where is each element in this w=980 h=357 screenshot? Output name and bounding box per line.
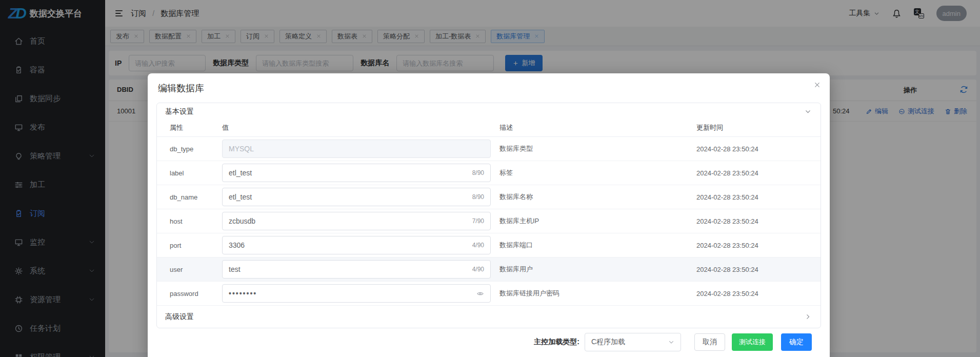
property-name: port — [170, 242, 222, 249]
db_name-field[interactable]: etl_test8/90 — [222, 188, 491, 206]
col-value: 值 — [222, 123, 499, 132]
port-field[interactable]: 33064/90 — [222, 236, 491, 254]
col-prop: 属性 — [170, 123, 222, 132]
basic-settings-label: 基本设置 — [165, 107, 194, 115]
label-field[interactable]: etl_test8/90 — [222, 164, 491, 182]
value-cell: etl_test8/90 — [222, 164, 499, 182]
load-type-label: 主控加载类型: — [534, 338, 579, 347]
value-cell: zcbusdb7/90 — [222, 212, 499, 230]
property-name: db_type — [170, 145, 222, 153]
field-value: test — [229, 265, 241, 273]
test-connection-button[interactable]: 测试连接 — [732, 333, 773, 351]
property-row-db_type: db_typeMYSQL数据库类型2024-02-28 23:50:24 — [157, 137, 821, 161]
eye-icon[interactable] — [476, 290, 484, 298]
property-description: 数据库类型 — [499, 144, 696, 153]
property-description: 数据库名称 — [499, 192, 696, 202]
chevron-down-icon[interactable] — [805, 108, 811, 115]
chevron-right-icon[interactable] — [805, 313, 811, 320]
property-update-time: 2024-02-28 23:50:24 — [696, 290, 821, 298]
col-time: 更新时间 — [696, 123, 821, 132]
value-cell: •••••••• — [222, 284, 499, 303]
value-cell: MYSQL — [222, 140, 499, 158]
property-name: label — [170, 169, 222, 177]
property-update-time: 2024-02-28 23:50:24 — [696, 266, 821, 273]
basic-settings-card: 基本设置 属性 值 描述 更新时间 db_typeMYSQL数据库类型2024-… — [156, 103, 821, 328]
property-update-time: 2024-02-28 23:50:24 — [696, 217, 821, 225]
property-description: 数据库端口 — [499, 241, 696, 250]
field-value: etl_test — [229, 169, 252, 177]
char-counter: 8/90 — [472, 169, 484, 176]
property-update-time: 2024-02-28 23:50:24 — [696, 169, 821, 177]
property-row-user: usertest4/90数据库用户2024-02-28 23:50:24 — [157, 257, 821, 282]
modal-title: 编辑数据库 — [158, 82, 204, 94]
char-counter: 8/90 — [472, 193, 484, 201]
property-update-time: 2024-02-28 23:50:24 — [696, 145, 821, 153]
property-description: 数据库链接用户密码 — [499, 289, 696, 298]
field-value: etl_test — [229, 193, 252, 201]
value-cell: etl_test8/90 — [222, 188, 499, 206]
password-field[interactable]: •••••••• — [222, 284, 491, 303]
value-cell: test4/90 — [222, 260, 499, 279]
ok-button[interactable]: 确定 — [781, 333, 812, 351]
chevron-down-icon — [668, 339, 674, 345]
property-row-password: password••••••••数据库链接用户密码2024-02-28 23:5… — [157, 282, 821, 306]
load-type-value: C程序加载 — [591, 338, 625, 347]
app-root: ZD 数据交换平台 首页容器数据同步发布策略管理加工订阅监控系统资源管理任务计划… — [0, 0, 980, 357]
load-type-select[interactable]: C程序加载 — [585, 333, 681, 351]
db_type-field: MYSQL — [222, 140, 491, 158]
property-row-host: hostzcbusdb7/90数据库主机IP2024-02-28 23:50:2… — [157, 209, 821, 233]
cancel-button[interactable]: 取消 — [694, 333, 725, 351]
field-value: MYSQL — [229, 145, 254, 153]
user-field[interactable]: test4/90 — [222, 260, 491, 279]
property-name: db_name — [170, 193, 222, 201]
host-field[interactable]: zcbusdb7/90 — [222, 212, 491, 230]
value-cell: 33064/90 — [222, 236, 499, 254]
field-value: 3306 — [229, 241, 245, 249]
advanced-settings-label: 高级设置 — [165, 312, 194, 322]
modal-rows: db_typeMYSQL数据库类型2024-02-28 23:50:24labe… — [157, 137, 821, 306]
property-update-time: 2024-02-28 23:50:24 — [696, 193, 821, 201]
property-row-db_name: db_nameetl_test8/90数据库名称2024-02-28 23:50… — [157, 185, 821, 209]
property-description: 标签 — [499, 168, 696, 177]
property-row-port: port33064/90数据库端口2024-02-28 23:50:24 — [157, 233, 821, 257]
property-name: user — [170, 266, 222, 273]
close-icon[interactable] — [814, 82, 821, 88]
basic-settings-header[interactable]: 基本设置 — [157, 103, 821, 118]
char-counter: 4/90 — [472, 266, 484, 273]
modal-column-headers: 属性 值 描述 更新时间 — [157, 118, 821, 137]
char-counter: 4/90 — [472, 242, 484, 249]
edit-database-modal: 编辑数据库 基本设置 属性 值 描述 更新时间 db_typeMYSQL数据库类… — [148, 73, 830, 357]
property-description: 数据库用户 — [499, 265, 696, 274]
property-name: host — [170, 217, 222, 225]
property-description: 数据库主机IP — [499, 216, 696, 226]
property-row-label: labeletl_test8/90标签2024-02-28 23:50:24 — [157, 161, 821, 185]
advanced-settings-header[interactable]: 高级设置 — [157, 306, 821, 328]
property-name: password — [170, 290, 222, 298]
field-value: zcbusdb — [229, 217, 255, 225]
field-value: •••••••• — [229, 289, 257, 298]
modal-footer: 主控加载类型: C程序加载 取消 测试连接 确定 — [534, 333, 812, 351]
col-desc: 描述 — [499, 123, 696, 132]
property-update-time: 2024-02-28 23:50:24 — [696, 242, 821, 249]
char-counter: 7/90 — [472, 217, 484, 225]
